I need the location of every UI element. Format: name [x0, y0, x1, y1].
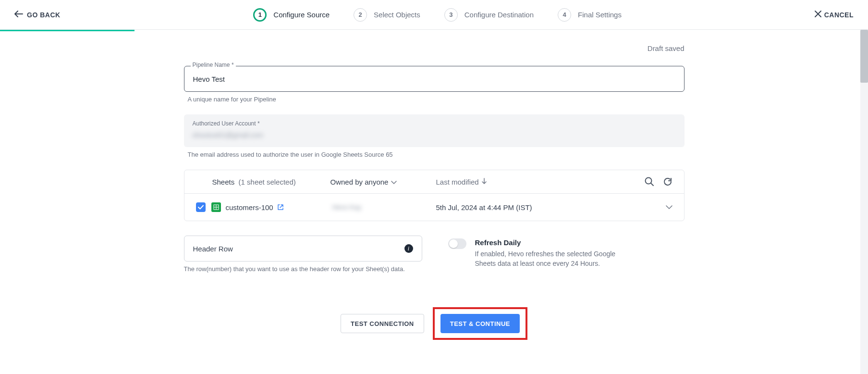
external-link-icon[interactable] [277, 204, 284, 211]
progress-indicator [0, 30, 134, 31]
step-number: 3 [444, 8, 458, 22]
step-label: Configure Destination [465, 11, 534, 19]
step-configure-source[interactable]: 1 Configure Source [253, 8, 330, 22]
draft-saved-text: Draft saved [184, 44, 685, 52]
header-row-helper: The row(number) that you want to use as … [184, 265, 422, 273]
sheet-modified-date: 5th Jul, 2024 at 4:44 PM (IST) [427, 203, 580, 212]
scrollbar[interactable] [860, 30, 868, 364]
sheet-row[interactable]: customers-100 Hevo Kay 5th Jul, 2024 at … [184, 193, 684, 221]
step-number: 4 [558, 8, 571, 22]
step-label: Final Settings [578, 11, 622, 19]
highlight-annotation: TEST & CONTINUE [433, 307, 527, 340]
step-label: Configure Source [273, 11, 330, 19]
expand-row-icon[interactable] [580, 205, 672, 210]
header-row-label: Header Row [193, 245, 233, 253]
sheet-name: customers-100 [226, 203, 273, 212]
authorized-account-value: shoutout01@gmail.com [193, 131, 263, 139]
refresh-icon[interactable] [663, 177, 672, 187]
sheet-owner: Hevo Kay [330, 203, 362, 211]
authorized-account-label: Authorized User Account * [193, 120, 676, 127]
chevron-down-icon [391, 178, 397, 186]
step-final-settings[interactable]: 4 Final Settings [558, 8, 622, 22]
owner-filter-dropdown[interactable]: Owned by anyone [330, 178, 427, 186]
sort-label: Last modified [436, 178, 479, 186]
search-icon[interactable] [645, 177, 654, 187]
wizard-steps: 1 Configure Source 2 Select Objects 3 Co… [61, 8, 815, 22]
pipeline-name-helper: A unique name for your Pipeline [188, 96, 685, 103]
info-icon[interactable]: i [404, 244, 413, 253]
pipeline-name-input[interactable] [184, 66, 685, 92]
refresh-daily-desc: If enabled, Hevo refreshes the selected … [475, 249, 634, 268]
step-select-objects[interactable]: 2 Select Objects [354, 8, 420, 22]
authorized-account-helper: The email address used to authorize the … [188, 151, 685, 158]
toggle-knob [449, 239, 458, 248]
refresh-daily-title: Refresh Daily [475, 238, 634, 247]
sort-last-modified[interactable]: Last modified [427, 178, 580, 186]
header-row-input[interactable]: Header Row i [184, 236, 422, 262]
step-configure-destination[interactable]: 3 Configure Destination [444, 8, 534, 22]
arrow-left-icon [14, 11, 23, 19]
go-back-button[interactable]: GO BACK [14, 11, 61, 19]
authorized-account-box: Authorized User Account * shoutout01@gma… [184, 114, 685, 147]
arrow-down-icon [482, 178, 487, 186]
sheets-list: Sheets (1 sheet selected) Owned by anyon… [184, 170, 685, 221]
google-sheets-icon [211, 202, 221, 212]
cancel-label: CANCEL [824, 11, 854, 19]
test-connection-button[interactable]: TEST CONNECTION [341, 314, 424, 333]
step-label: Select Objects [374, 11, 420, 19]
scrollbar-thumb[interactable] [860, 30, 868, 83]
go-back-label: GO BACK [27, 11, 61, 19]
owner-filter-label: Owned by anyone [330, 178, 389, 186]
refresh-daily-toggle[interactable] [448, 238, 466, 249]
cancel-button[interactable]: CANCEL [815, 11, 854, 19]
sheet-checkbox[interactable] [196, 202, 206, 212]
close-icon [815, 11, 821, 19]
sheets-selected-count: (1 sheet selected) [239, 178, 296, 186]
sheets-label: Sheets [212, 178, 235, 186]
step-number: 1 [253, 8, 267, 22]
pipeline-name-label: Pipeline Name * [191, 62, 236, 68]
test-continue-button[interactable]: TEST & CONTINUE [440, 314, 520, 333]
step-number: 2 [354, 8, 367, 22]
